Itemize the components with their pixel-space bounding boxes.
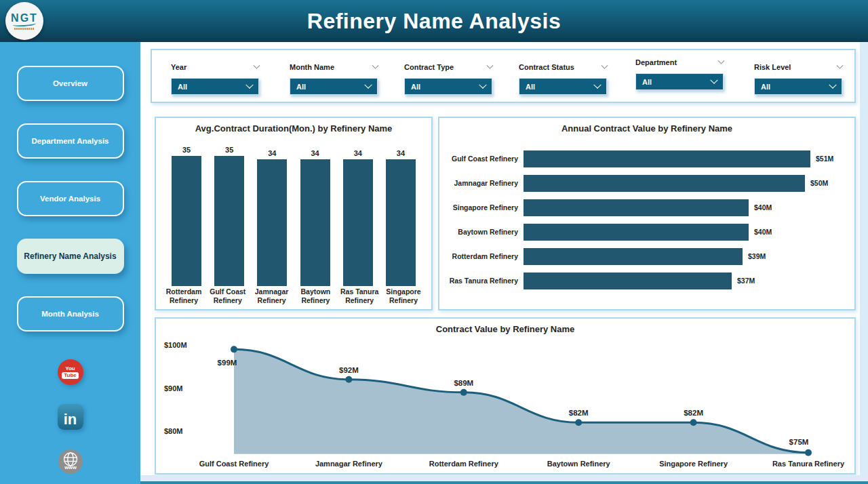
bar[interactable] [343,159,373,286]
sidebar-nav: OverviewDepartment AnalysisVendor Analys… [17,66,124,354]
column-bar-group: 35 [210,146,249,286]
slicer-label: Contract Status [519,63,574,71]
sidebar-item-month-analysis[interactable]: Month Analysis [17,296,124,331]
table-row: Baytown Refinery$40M [448,220,848,244]
bar[interactable] [524,175,805,192]
bar[interactable] [524,150,810,167]
slicer-contract-status: Contract StatusAll [519,61,607,95]
table-row: Gulf Coast Refinery$51M [448,146,848,171]
data-label: $92M [339,366,359,374]
category-label: Baytown Refinery [547,460,611,468]
social-links: You Tube in www [58,359,83,477]
bar[interactable] [172,156,201,286]
slicer-dropdown[interactable]: All [404,78,492,95]
linkedin-label: in [64,412,77,427]
chevron-down-icon [487,62,494,68]
slicer-label: Year [171,63,186,71]
bar[interactable] [524,248,743,265]
sidebar: OverviewDepartment AnalysisVendor Analys… [0,42,140,484]
slicer-dropdown[interactable]: All [519,78,607,95]
bar-track: $50M [524,175,848,192]
slicer-label: Contract Type [404,63,454,71]
chevron-down-icon [593,81,601,88]
data-point[interactable] [575,419,582,426]
slicer-month-name: Month NameAll [290,61,378,95]
category-label: Rotterdam Refinery [163,287,205,304]
data-label: $40M [754,228,772,236]
sidebar-item-refinery-name-analysis[interactable]: Refinery Name Analysis [17,239,124,274]
bar[interactable] [300,159,330,286]
sidebar-item-label: Vendor Analysis [36,195,104,203]
data-point[interactable] [805,449,812,456]
slicer-header[interactable]: Year [171,61,259,73]
page-margin-bottom [140,475,868,484]
data-point[interactable] [690,419,697,426]
bar[interactable] [524,224,749,241]
data-label: $89M [454,379,473,387]
data-point[interactable] [460,389,467,396]
slicer-dropdown[interactable]: All [171,78,259,95]
data-label: $39M [748,252,766,260]
area-fill [234,349,808,453]
category-label: Gulf Coast Refinery [199,460,270,468]
globe-icon[interactable]: www [58,449,83,477]
category-label: Ras Tanura Refinery [338,287,380,304]
bar[interactable] [257,159,287,286]
bar[interactable] [524,199,749,216]
slicer-dropdown[interactable]: All [290,78,378,95]
header-banner: NGT Refinery Name Analysis [0,0,868,42]
slicer-dropdown[interactable]: All [754,78,842,95]
youtube-label-bottom: Tube [62,372,79,379]
category-label: Jamnagar Refinery [448,179,524,187]
page-margin-right [860,42,868,484]
data-label: $99M [218,359,237,367]
bar-track: $51M [524,150,848,167]
category-label: Singapore Refinery [448,203,524,211]
sidebar-item-label: Overview [49,79,92,87]
data-label: $82M [569,409,589,417]
slicer-header[interactable]: Contract Status [519,61,607,73]
slicer-label: Month Name [290,63,334,71]
data-label: $75M [789,438,809,446]
column-chart-categories: Rotterdam RefineryGulf Coast RefineryJam… [163,287,425,304]
filter-bar: YearAllMonth NameAllContract TypeAllCont… [151,49,856,103]
sidebar-item-vendor-analysis[interactable]: Vendor Analysis [17,181,124,216]
sidebar-item-department-analysis[interactable]: Department Analysis [17,123,124,159]
chevron-down-icon [479,81,486,88]
slicer-header[interactable]: Department [635,56,724,68]
slicer-header[interactable]: Contract Type [404,61,492,73]
slicer-risk-level: Risk LevelAll [754,61,842,95]
data-point[interactable] [231,346,237,352]
chevron-down-icon [837,62,844,68]
youtube-label-top: You [65,366,75,371]
slicer-dropdown[interactable]: All [635,73,724,90]
bar-track: $37M [524,273,848,289]
ngt-logo: NGT [5,2,43,40]
slicer-header[interactable]: Risk Level [754,61,842,73]
category-label: Baytown Refinery [294,287,336,304]
category-label: Baytown Refinery [448,228,524,236]
area-chart-svg: $100M$90M$80M$99MGulf Coast Refinery$92M… [156,331,854,475]
slicer-header[interactable]: Month Name [290,61,378,73]
chart-title: Avg.Contract Duration(Mon.) by Refinery … [156,123,431,134]
linkedin-icon[interactable]: in [58,404,83,430]
chevron-down-icon [601,62,608,68]
chevron-down-icon [245,81,253,88]
column-bar-group: 34 [252,149,292,286]
slicer-contract-type: Contract TypeAll [404,61,492,95]
bar[interactable] [386,159,416,286]
column-bar-group: 34 [381,149,420,286]
bar-track: $39M [524,248,848,265]
column-bar-group: 35 [167,146,206,286]
table-row: Ras Tanura Refinery$37M [448,268,848,293]
table-row: Rotterdam Refinery$39M [448,244,848,268]
data-point[interactable] [345,376,352,383]
data-label: 35 [225,146,233,154]
bar[interactable] [214,156,244,286]
sidebar-item-overview[interactable]: Overview [17,66,124,101]
bar[interactable] [524,273,732,289]
category-label: Singapore Refinery [659,460,728,468]
data-label: 34 [397,149,405,157]
youtube-icon[interactable]: You Tube [58,359,83,385]
table-row: Singapore Refinery$40M [448,195,848,220]
